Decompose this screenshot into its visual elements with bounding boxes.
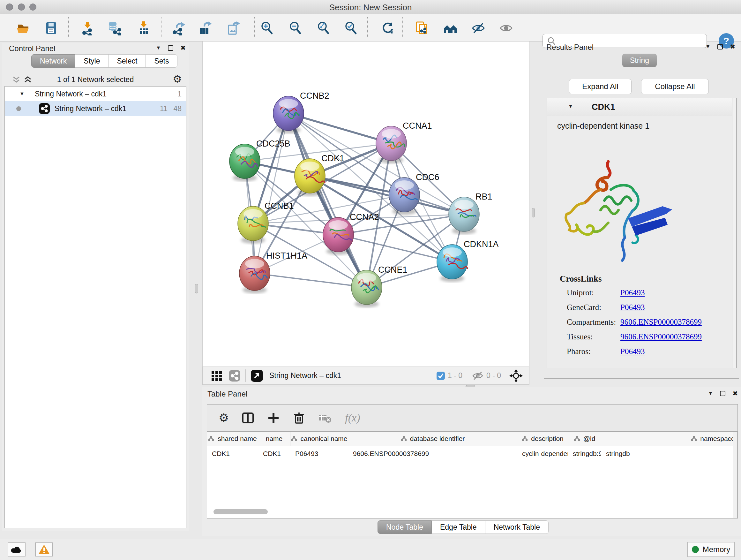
memory-button[interactable]: Memory <box>687 542 735 557</box>
birdseye-view-icon[interactable] <box>250 369 264 382</box>
edge-HIST1H1A-CCNE1[interactable] <box>255 273 367 287</box>
network-collection-row[interactable]: ▼ String Network – cdk1 1 <box>5 86 186 101</box>
table-cell[interactable]: P06493 <box>290 446 348 461</box>
network-view-mode-icon[interactable] <box>228 369 241 382</box>
clone-network-icon[interactable] <box>414 20 430 37</box>
right-splitter-handle[interactable] <box>532 208 535 217</box>
collapse-all-button[interactable]: Collapse All <box>641 79 709 94</box>
tab-node-table[interactable]: Node Table <box>378 520 432 534</box>
export-image-icon[interactable] <box>225 20 242 37</box>
show-all-icon[interactable] <box>498 20 515 37</box>
export-table-file-icon[interactable] <box>197 20 213 37</box>
table-cell[interactable]: CDK1 <box>207 446 258 461</box>
show-columns-icon[interactable] <box>242 412 254 424</box>
refresh-view-icon[interactable] <box>379 20 396 37</box>
tab-network[interactable]: Network <box>31 54 75 68</box>
network-canvas[interactable]: CCNB2CCNA1CDC25BCDK1CDC6RB1CCNB1CCNA2CDK… <box>202 42 529 367</box>
control-panel-close-icon[interactable]: ✖ <box>180 44 186 52</box>
node-result-header[interactable]: ▼ CDK1 <box>547 98 737 116</box>
result-expander-icon[interactable]: ▼ <box>568 104 573 109</box>
toolbar-separator <box>467 369 467 382</box>
crosslink-link[interactable]: P06493 <box>620 303 645 312</box>
results-panel-close-icon[interactable]: ✖ <box>730 43 735 51</box>
hidden-eye-icon[interactable] <box>472 370 484 381</box>
export-network-file-icon[interactable] <box>170 20 187 37</box>
edge-CCNB2-CCNA1[interactable] <box>288 113 391 143</box>
table-panel-close-icon[interactable]: ✖ <box>732 389 738 397</box>
node-CDK1[interactable]: CDK1 <box>294 153 344 193</box>
results-panel-menu-icon[interactable]: ▼ <box>705 44 711 50</box>
import-table-file-icon[interactable] <box>135 20 152 37</box>
column-header-at-id[interactable]: @id <box>568 432 601 446</box>
left-splitter-handle[interactable] <box>195 284 198 294</box>
table-cell[interactable]: cyclin-dependent ... <box>517 446 568 461</box>
tab-network-table[interactable]: Network Table <box>485 520 549 534</box>
table-cell[interactable]: CDK1 <box>258 446 290 461</box>
control-panel-float-icon[interactable] <box>168 45 173 51</box>
tab-edge-table[interactable]: Edge Table <box>432 520 485 534</box>
protein-structure-image <box>560 159 681 264</box>
create-column-icon[interactable] <box>267 412 280 424</box>
node-gloss <box>244 209 263 219</box>
import-network-database-icon[interactable] <box>106 20 122 37</box>
node-CCNB1[interactable]: CCNB1 <box>238 201 294 241</box>
zoom-in-icon[interactable] <box>259 20 275 37</box>
column-header-canonical-name[interactable]: canonical name <box>290 432 348 446</box>
hide-selected-icon[interactable] <box>470 20 487 37</box>
table-row[interactable]: CDK1CDK1P064939606.ENSP00000378699cyclin… <box>207 446 738 461</box>
table-options-gear-icon[interactable]: ⚙ <box>219 411 229 425</box>
network-row[interactable]: String Network – cdk1 11 48 <box>5 101 186 116</box>
network-options-gear-icon[interactable]: ⚙ <box>173 73 182 85</box>
crosslink-link[interactable]: 9606.ENSP00000378699 <box>620 332 702 341</box>
cloud-status-button[interactable] <box>8 543 25 557</box>
control-panel-title: Control Panel <box>9 44 55 53</box>
table-cell[interactable]: stringdb <box>601 446 738 461</box>
column-header-database-identifier[interactable]: database identifier <box>348 432 517 446</box>
fit-selected-crosshair-icon[interactable] <box>509 368 523 383</box>
edge-CCNB2-HIST1H1A[interactable] <box>255 113 288 273</box>
table-cell[interactable]: 9606.ENSP00000378699 <box>348 446 517 461</box>
node-result-card: ▼ CDK1 cyclin-dependent kinase 1 <box>547 98 737 368</box>
results-scrollbar[interactable] <box>732 98 737 368</box>
column-header-label: canonical name <box>300 435 347 442</box>
zoom-selected-icon[interactable] <box>343 20 359 37</box>
tab-string[interactable]: String <box>622 54 657 67</box>
column-network-icon <box>401 436 407 442</box>
node-CDKN1A[interactable]: CDKN1A <box>437 240 499 279</box>
node-HIST1H1A[interactable]: HIST1H1A <box>239 251 307 291</box>
table-horizontal-scrollbar[interactable] <box>213 509 268 514</box>
grid-view-icon[interactable] <box>210 369 223 382</box>
node-CCNA1[interactable]: CCNA1 <box>376 121 432 161</box>
crosslink-link[interactable]: P06493 <box>620 347 645 356</box>
zoom-fit-icon[interactable] <box>315 20 332 37</box>
table-panel-menu-icon[interactable]: ▼ <box>708 390 713 396</box>
tab-sets[interactable]: Sets <box>146 54 178 68</box>
results-panel-float-icon[interactable] <box>718 44 723 50</box>
control-panel-menu-icon[interactable]: ▼ <box>156 45 161 51</box>
table-cell[interactable]: stringdb:9... <box>568 446 601 461</box>
delete-table-icon[interactable] <box>318 412 332 424</box>
node-RB1[interactable]: RB1 <box>449 192 492 232</box>
collection-expander-icon[interactable]: ▼ <box>19 91 24 97</box>
column-header-shared-name[interactable]: shared name <box>207 432 258 446</box>
expand-all-button[interactable]: Expand All <box>569 79 631 94</box>
crosslink-link[interactable]: 9606.ENSP00000378699 <box>620 318 702 327</box>
string-protein-query-icon[interactable] <box>442 20 459 37</box>
zoom-out-icon[interactable] <box>287 20 304 37</box>
column-header-namespace[interactable]: namespace <box>601 432 738 446</box>
edge-CCNB2-CCNE1[interactable] <box>288 113 367 287</box>
crosslink-link[interactable]: P06493 <box>620 288 645 297</box>
save-session-icon[interactable] <box>43 20 59 37</box>
warnings-button[interactable] <box>35 543 53 557</box>
selected-checkbox-icon[interactable] <box>436 371 445 380</box>
table-panel-float-icon[interactable] <box>720 391 725 396</box>
tab-select[interactable]: Select <box>109 54 146 68</box>
open-session-icon[interactable] <box>15 20 31 37</box>
column-header-description[interactable]: description <box>517 432 568 446</box>
tab-style[interactable]: Style <box>75 54 109 68</box>
table-vertical-scrollbar[interactable] <box>733 432 738 518</box>
delete-column-icon[interactable] <box>293 412 306 424</box>
column-header-name[interactable]: name <box>258 432 290 446</box>
function-builder-icon[interactable]: f(x) <box>345 412 360 424</box>
import-network-file-icon[interactable] <box>79 20 96 37</box>
